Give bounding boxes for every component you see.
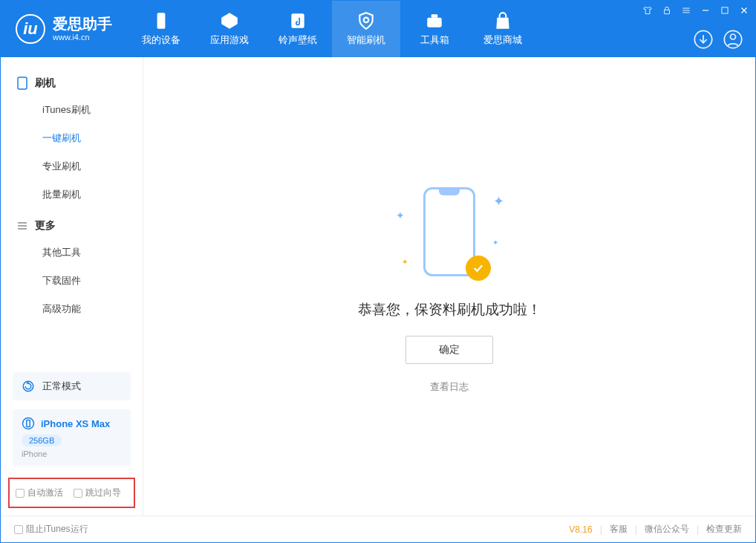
logo: iu 爱思助手 www.i4.cn <box>1 1 127 57</box>
checkbox-icon <box>14 525 23 534</box>
section-header-more: 更多 <box>1 213 143 238</box>
bag-icon <box>493 11 512 30</box>
checkbox-icon <box>74 489 82 498</box>
refresh-icon <box>22 380 35 393</box>
minimize-button[interactable] <box>700 5 711 18</box>
app-name-en: www.i4.cn <box>53 33 112 42</box>
link-wechat[interactable]: 微信公众号 <box>645 523 689 536</box>
checkbox-block-itunes[interactable]: 阻止iTunes运行 <box>14 523 88 536</box>
status-bar: 阻止iTunes运行 V8.16 | 客服 | 微信公众号 | 检查更新 <box>1 516 755 542</box>
header-right <box>693 29 743 50</box>
checkmark-badge-icon <box>466 256 491 281</box>
ok-button[interactable]: 确定 <box>405 336 493 364</box>
tab-label: 应用游戏 <box>210 33 249 47</box>
tab-store[interactable]: 爱思商城 <box>469 1 537 57</box>
checkbox-label: 自动激活 <box>27 487 63 499</box>
download-icon[interactable] <box>693 29 714 50</box>
svg-rect-0 <box>157 13 166 29</box>
tab-label: 智能刷机 <box>347 33 385 47</box>
sparkle-icon: ✦ <box>402 258 408 266</box>
tab-label: 铃声壁纸 <box>278 33 317 47</box>
tab-toolbox[interactable]: 工具箱 <box>400 1 469 57</box>
svg-point-15 <box>731 34 736 39</box>
device-box[interactable]: iPhone XS Max 256GB iPhone <box>13 409 131 466</box>
svg-rect-1 <box>291 13 304 28</box>
sidebar-item-batch-flash[interactable]: 批量刷机 <box>1 181 143 209</box>
shield-icon <box>356 11 376 30</box>
sidebar-section-flash: 刷机 iTunes刷机 一键刷机 专业刷机 批量刷机 <box>1 71 143 209</box>
success-message: 恭喜您，保资料刷机成功啦！ <box>358 300 541 319</box>
close-button[interactable] <box>739 5 749 18</box>
tab-label: 我的设备 <box>142 33 180 47</box>
svg-rect-4 <box>431 14 438 17</box>
version-label: V8.16 <box>569 524 592 535</box>
user-icon[interactable] <box>723 29 743 50</box>
sidebar: 刷机 iTunes刷机 一键刷机 专业刷机 批量刷机 更多 其他工具 下载固件 … <box>1 57 143 516</box>
svg-point-2 <box>364 18 369 23</box>
checkbox-skip-guide[interactable]: 跳过向导 <box>74 487 121 499</box>
sparkle-icon: ✦ <box>493 193 504 209</box>
tshirt-icon[interactable] <box>642 5 653 18</box>
success-illustration: ✦ ✦ ✦ ✦ <box>375 180 524 284</box>
app-window: iu 爱思助手 www.i4.cn 我的设备 应用游戏 铃声壁纸 智能刷机 <box>0 0 756 543</box>
device-type: iPhone <box>22 449 122 458</box>
svg-rect-5 <box>665 10 670 13</box>
logo-icon: iu <box>16 14 45 44</box>
sidebar-item-oneclick-flash[interactable]: 一键刷机 <box>1 124 143 152</box>
list-icon <box>17 221 27 231</box>
menu-icon[interactable] <box>681 5 691 18</box>
logo-text: 爱思助手 www.i4.cn <box>53 15 112 42</box>
cube-icon <box>220 11 239 30</box>
header: iu 爱思助手 www.i4.cn 我的设备 应用游戏 铃声壁纸 智能刷机 <box>1 1 755 57</box>
titlebar-controls <box>642 5 749 18</box>
tab-label: 爱思商城 <box>483 33 522 47</box>
toolbox-icon <box>425 11 444 30</box>
tab-label: 工具箱 <box>420 33 449 47</box>
nav-tabs: 我的设备 应用游戏 铃声壁纸 智能刷机 工具箱 爱思商城 <box>127 1 537 57</box>
checkbox-icon <box>16 489 25 498</box>
tab-flash[interactable]: 智能刷机 <box>332 1 400 57</box>
tab-apps[interactable]: 应用游戏 <box>195 1 264 57</box>
main-panel: ✦ ✦ ✦ ✦ 恭喜您，保资料刷机成功啦！ 确定 查看日志 <box>143 57 755 516</box>
bottom-options-highlight: 自动激活 跳过向导 <box>8 478 135 508</box>
body: 刷机 iTunes刷机 一键刷机 专业刷机 批量刷机 更多 其他工具 下载固件 … <box>1 57 755 516</box>
checkbox-label: 阻止iTunes运行 <box>26 523 88 536</box>
music-icon <box>288 11 307 30</box>
sparkle-icon: ✦ <box>492 238 498 247</box>
view-log-link[interactable]: 查看日志 <box>430 380 469 394</box>
link-check-update[interactable]: 检查更新 <box>706 523 742 536</box>
checkbox-label: 跳过向导 <box>85 487 121 499</box>
device-name: iPhone XS Max <box>41 418 110 429</box>
checkbox-auto-activate[interactable]: 自动激活 <box>16 487 63 499</box>
device-mode-box[interactable]: 正常模式 <box>13 372 131 400</box>
app-name-cn: 爱思助手 <box>53 15 112 33</box>
phone-icon <box>17 77 27 90</box>
section-header-flash: 刷机 <box>1 71 143 96</box>
tab-my-device[interactable]: 我的设备 <box>127 1 195 57</box>
phone-icon <box>22 417 35 430</box>
sidebar-item-advanced[interactable]: 高级功能 <box>1 295 143 323</box>
mode-label: 正常模式 <box>42 380 81 393</box>
maximize-button[interactable] <box>720 5 730 18</box>
device-storage: 256GB <box>22 435 62 446</box>
link-support[interactable]: 客服 <box>610 523 628 536</box>
sparkle-icon: ✦ <box>396 209 405 221</box>
svg-rect-16 <box>18 77 27 89</box>
svg-rect-3 <box>427 18 442 27</box>
sidebar-item-pro-flash[interactable]: 专业刷机 <box>1 152 143 181</box>
svg-rect-10 <box>722 7 728 13</box>
sidebar-section-more: 更多 其他工具 下载固件 高级功能 <box>1 213 143 323</box>
sidebar-item-itunes-flash[interactable]: iTunes刷机 <box>1 96 143 124</box>
lock-icon[interactable] <box>662 5 672 18</box>
tab-ringtones[interactable]: 铃声壁纸 <box>264 1 332 57</box>
device-icon <box>151 11 171 30</box>
sidebar-item-other-tools[interactable]: 其他工具 <box>1 238 143 267</box>
sidebar-item-download-firmware[interactable]: 下载固件 <box>1 267 143 295</box>
svg-rect-22 <box>27 420 30 427</box>
